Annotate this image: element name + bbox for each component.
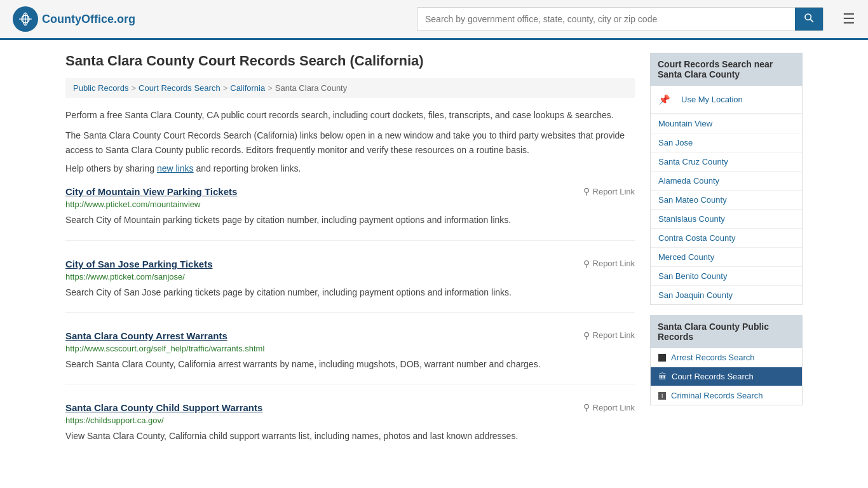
use-location-link[interactable]: Use My Location (674, 90, 750, 109)
result-url[interactable]: http://www.scscourt.org/self_help/traffi… (65, 344, 635, 353)
breadcrumb: Public Records > Court Records Search > … (65, 78, 635, 98)
new-links-link[interactable]: new links (157, 163, 194, 173)
nearby-list: 📌 Use My Location Mountain View San Jose… (650, 86, 803, 305)
svg-point-5 (22, 16, 24, 18)
use-location-item[interactable]: 📌 Use My Location (651, 86, 802, 114)
result-header: Santa Clara County Child Support Warrant… (65, 402, 635, 413)
report-icon: ⚲ (583, 402, 590, 412)
search-bar (417, 7, 824, 31)
intro-paragraph-1: Perform a free Santa Clara County, CA pu… (65, 108, 635, 122)
result-item: Santa Clara County Arrest Warrants ⚲ Rep… (65, 330, 635, 384)
nearby-san-mateo[interactable]: San Mateo County (651, 191, 802, 210)
report-icon: ⚲ (583, 186, 590, 196)
nearby-stanislaus[interactable]: Stanislaus County (651, 210, 802, 229)
result-url[interactable]: https://www.pticket.com/sanjose/ (65, 272, 635, 281)
intro-paragraph-2: The Santa Clara County Court Records Sea… (65, 128, 635, 157)
report-icon: ⚲ (583, 330, 590, 341)
result-desc: Search Santa Clara County, California ar… (65, 357, 635, 371)
logo-text: CountyOffice.org (42, 13, 135, 26)
svg-point-6 (805, 14, 811, 20)
public-arrest-records[interactable]: Arrest Records Search (651, 348, 802, 367)
building-icon: 🏛 (658, 372, 667, 381)
nearby-alameda[interactable]: Alameda County (651, 172, 802, 191)
location-pin-icon: 📌 (658, 94, 670, 105)
report-link[interactable]: ⚲ Report Link (583, 402, 635, 412)
menu-icon[interactable]: ☰ (843, 11, 855, 27)
svg-line-7 (810, 19, 813, 22)
letter-icon: i (658, 392, 666, 400)
page-header: CountyOffice.org ☰ (0, 0, 868, 40)
criminal-records-link[interactable]: Criminal Records Search (671, 391, 763, 400)
nearby-san-benito[interactable]: San Benito County (651, 267, 802, 286)
sidebar: Court Records Search near Santa Clara Co… (650, 53, 803, 474)
nearby-merced[interactable]: Merced County (651, 248, 802, 267)
nearby-section: Court Records Search near Santa Clara Co… (650, 53, 803, 305)
nearby-santa-cruz[interactable]: Santa Cruz County (651, 152, 802, 172)
arrest-records-link[interactable]: Arrest Records Search (671, 353, 755, 362)
breadcrumb-current: Santa Clara County (275, 83, 347, 93)
result-url[interactable]: https://childsupport.ca.gov/ (65, 416, 635, 425)
report-icon: ⚲ (583, 259, 590, 269)
report-link[interactable]: ⚲ Report Link (583, 259, 635, 269)
search-input[interactable] (417, 8, 795, 30)
public-records-heading: Santa Clara County Public Records (650, 315, 803, 348)
search-button[interactable] (795, 8, 823, 30)
public-court-records[interactable]: 🏛 Court Records Search (651, 367, 802, 386)
report-link[interactable]: ⚲ Report Link (583, 186, 635, 196)
result-item: City of Mountain View Parking Tickets ⚲ … (65, 186, 635, 240)
square-icon (658, 354, 666, 362)
breadcrumb-court-records[interactable]: Court Records Search (139, 83, 220, 93)
public-criminal-records[interactable]: i Criminal Records Search (651, 386, 802, 405)
result-desc: Search City of San Jose parking tickets … (65, 285, 635, 299)
breadcrumb-california[interactable]: California (230, 83, 265, 93)
result-url[interactable]: http://www.pticket.com/mountainview (65, 200, 635, 209)
public-records-list: Arrest Records Search 🏛 Court Records Se… (650, 348, 803, 405)
result-title[interactable]: City of Mountain View Parking Tickets (65, 186, 237, 197)
result-desc: Search City of Mountain parking tickets … (65, 213, 635, 227)
result-item: Santa Clara County Child Support Warrant… (65, 402, 635, 456)
results-list: City of Mountain View Parking Tickets ⚲ … (65, 186, 635, 456)
main-container: Santa Clara County Court Records Search … (53, 40, 815, 487)
nearby-contra-costa[interactable]: Contra Costa County (651, 229, 802, 248)
result-title[interactable]: City of San Jose Parking Tickets (65, 259, 212, 269)
result-header: City of San Jose Parking Tickets ⚲ Repor… (65, 259, 635, 269)
public-records-section: Santa Clara County Public Records Arrest… (650, 315, 803, 405)
court-records-link[interactable]: Court Records Search (672, 372, 754, 381)
result-desc: View Santa Clara County, California chil… (65, 429, 635, 443)
new-links-text: Help others by sharing new links and rep… (65, 163, 635, 173)
nearby-san-jose[interactable]: San Jose (651, 133, 802, 152)
result-title[interactable]: Santa Clara County Child Support Warrant… (65, 402, 262, 413)
result-title[interactable]: Santa Clara County Arrest Warrants (65, 330, 227, 341)
nearby-san-joaquin[interactable]: San Joaquin County (651, 286, 802, 304)
report-link[interactable]: ⚲ Report Link (583, 330, 635, 341)
logo-icon (13, 6, 38, 32)
result-header: Santa Clara County Arrest Warrants ⚲ Rep… (65, 330, 635, 341)
content-area: Santa Clara County Court Records Search … (65, 53, 635, 474)
logo[interactable]: CountyOffice.org (13, 6, 135, 32)
page-title: Santa Clara County Court Records Search … (65, 53, 635, 69)
result-header: City of Mountain View Parking Tickets ⚲ … (65, 186, 635, 197)
breadcrumb-public-records[interactable]: Public Records (73, 83, 128, 93)
result-item: City of San Jose Parking Tickets ⚲ Repor… (65, 259, 635, 313)
nearby-heading: Court Records Search near Santa Clara Co… (650, 53, 803, 86)
nearby-mountain-view[interactable]: Mountain View (651, 114, 802, 133)
